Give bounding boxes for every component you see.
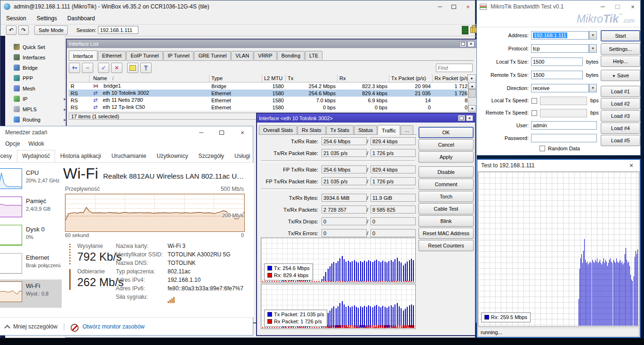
settings-button[interactable]: Settings... (601, 43, 640, 55)
maximize-icon[interactable] (610, 0, 625, 13)
tab-uzytkownicy[interactable]: Użytkownicy (152, 150, 193, 162)
maximize-icon[interactable] (211, 126, 232, 139)
save-button[interactable]: ▼ Save (601, 70, 640, 81)
tab-tx-stats[interactable]: Tx Stats (326, 125, 354, 134)
tab-uruchamianie[interactable]: Uruchamianie (106, 150, 152, 162)
bandwidth-titlebar[interactable]: MikroTik Bandwidth Test v0.1 × (477, 0, 640, 13)
reset-mac-button[interactable]: Reset MAC Address (419, 228, 474, 239)
tab-overall-stats[interactable]: Overall Stats (259, 125, 297, 134)
tab-wydajnosc[interactable]: Wydajność (17, 150, 55, 162)
remove-button[interactable]: − (82, 63, 93, 73)
cancel-button[interactable]: Cancel (419, 139, 474, 150)
menu-opcje[interactable]: Opcje (5, 140, 20, 147)
close-icon[interactable]: × (467, 41, 475, 47)
reset-counters-button[interactable]: Reset Counters (419, 240, 474, 251)
load-5-button[interactable]: Load #5 (601, 135, 640, 146)
direction-combo[interactable]: receive (531, 84, 589, 92)
help-button[interactable]: Help... (601, 56, 640, 67)
tab-interface[interactable]: Interface (69, 50, 97, 60)
interface-dialog-titlebar[interactable]: Interface <eth 10 Totolink 3002> × (257, 114, 475, 123)
tab-eoip-tunnel[interactable]: EoIP Tunnel (126, 51, 163, 60)
blink-button[interactable]: Blink (419, 215, 474, 227)
tab-rx-stats[interactable]: Rx Stats (298, 125, 326, 134)
session-input[interactable] (98, 26, 138, 34)
tab-lte[interactable]: LTE (305, 51, 322, 60)
comment-button[interactable]: Comment (419, 179, 474, 190)
tab-szczegoly[interactable]: Szczegóły (193, 150, 229, 162)
remote-tx-size-input[interactable]: 1500 (531, 71, 583, 79)
sidebar-item-ethernet[interactable]: EthernetBrak połączenia (0, 251, 62, 279)
menu-session[interactable]: Session (6, 15, 26, 22)
password-input[interactable] (531, 134, 597, 142)
minimize-icon[interactable] (433, 0, 447, 13)
disable-button[interactable]: ✕ (111, 63, 122, 73)
tab-historia-aplikacji[interactable]: Historia aplikacji (55, 150, 106, 162)
filter-button[interactable] (140, 63, 152, 73)
maximize-icon[interactable] (447, 0, 461, 13)
load-4-button[interactable]: Load #4 (601, 123, 640, 134)
column-select-icon[interactable]: ▼ (467, 74, 476, 83)
sidebar-item-memory[interactable]: Pamięć2,4/3,9 GB (0, 195, 62, 223)
sidebar-item-cpu[interactable]: CPU20% 2,47 GHz (0, 166, 62, 195)
close-icon[interactable]: × (623, 160, 640, 171)
direction-dropdown-icon[interactable]: ▼ (589, 84, 597, 92)
load-1-button[interactable]: Load #1 (601, 86, 640, 97)
tab-vrrp[interactable]: VRRP (254, 51, 277, 60)
close-icon[interactable]: × (466, 115, 473, 121)
tab-procesy[interactable]: Procesy (0, 150, 17, 162)
scrollbar-thumb[interactable] (468, 89, 476, 98)
start-button[interactable]: Start (601, 30, 640, 41)
table-row[interactable]: R ⋈ bridge1 Bridge 1580 254.2 Mbps 822.3… (69, 82, 467, 90)
local-tx-size-input[interactable]: 1500 (531, 58, 583, 66)
sidebar-item-bridge[interactable]: Bridge (10, 63, 70, 73)
ok-button[interactable]: OK (419, 127, 474, 138)
protocol-dropdown-icon[interactable]: ▼ (589, 44, 597, 53)
table-scrollbar[interactable]: ▲ ▼ (468, 82, 476, 112)
address-combo[interactable]: 192.168.1.111 (531, 31, 589, 40)
maximize-icon[interactable] (458, 115, 465, 121)
load-3-button[interactable]: Load #3 (601, 110, 640, 122)
task-manager-titlebar[interactable]: Menedżer zadań × (0, 126, 253, 139)
scroll-up-icon[interactable]: ▲ (468, 82, 476, 89)
comment-button[interactable] (127, 63, 138, 73)
protocol-combo[interactable]: tcp (531, 44, 589, 53)
enable-button[interactable]: ✓ (98, 63, 109, 73)
maximize-icon[interactable] (459, 41, 467, 47)
close-icon[interactable]: × (461, 0, 475, 13)
undo-icon[interactable]: ↶ (6, 25, 16, 35)
tab-vlan[interactable]: VLAN (231, 51, 253, 60)
tab-ip-tunnel[interactable]: IP Tunnel (163, 51, 193, 60)
interface-list-titlebar[interactable]: Interface List × (67, 40, 476, 48)
remote-tx-speed-input[interactable] (540, 109, 587, 117)
table-row-selected[interactable]: RS ⇄ eth 10 Totolink 3002 Ethernet 1580 … (69, 90, 467, 97)
sidebar-item-interfaces[interactable]: Interfaces (10, 52, 70, 62)
user-input[interactable]: admin (531, 121, 597, 130)
random-data-checkbox[interactable] (539, 146, 545, 151)
sidebar-item-mpls[interactable]: MPLS▸ (10, 104, 70, 114)
sidebar-item-wifi[interactable]: Wi-FiWysł.: 0,8 (0, 279, 62, 308)
address-dropdown-icon[interactable]: ▼ (589, 31, 597, 40)
tab-status[interactable]: Status (354, 125, 377, 134)
disable-button[interactable]: Disable (419, 166, 474, 178)
add-button[interactable]: +▾ (69, 63, 80, 73)
sidebar-item-ip[interactable]: IP▸ (10, 94, 70, 104)
local-tx-speed-input[interactable] (540, 97, 587, 105)
sidebar-item-routing[interactable]: Routing▸ (10, 115, 70, 124)
tab-ethernet[interactable]: Ethernet (98, 51, 126, 60)
cable-test-button[interactable]: Cable Test (419, 203, 474, 214)
menu-settings[interactable]: Settings (37, 15, 57, 22)
tab-gre-tunnel[interactable]: GRE Tunnel (194, 51, 231, 60)
redo-icon[interactable]: ↷ (18, 25, 29, 35)
sidebar-item-quick-set[interactable]: Quick Set (10, 42, 70, 52)
sidebar-item-ppp[interactable]: PPP (10, 73, 70, 83)
torch-button[interactable]: Torch (419, 191, 474, 202)
close-icon[interactable]: × (625, 0, 640, 13)
remote-tx-speed-checkbox[interactable] (531, 110, 537, 116)
minimize-icon[interactable] (191, 126, 211, 139)
tab-uslugi[interactable]: Usługi (229, 150, 255, 162)
tab-more[interactable]: ... (401, 125, 413, 134)
menu-widok[interactable]: Widok (28, 140, 44, 147)
sidebar-item-mesh[interactable]: Mesh (10, 83, 70, 93)
table-row[interactable]: RS ⇄ eth 11 Netis 2780 Ethernet 1580 7.0… (69, 97, 467, 104)
apply-button[interactable]: Apply (419, 151, 474, 163)
